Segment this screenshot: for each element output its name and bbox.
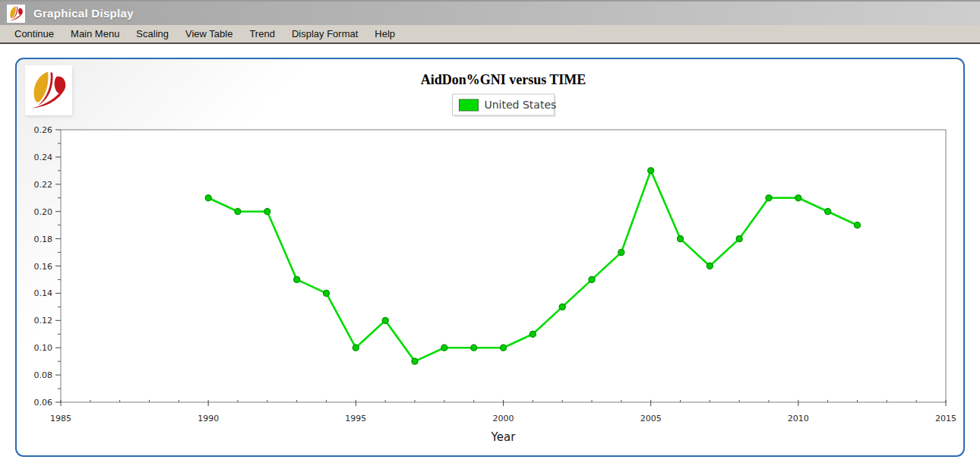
menu-item-display-format[interactable]: Display Format: [285, 26, 365, 42]
x-tick-label: 1990: [198, 414, 219, 423]
data-point: [441, 345, 447, 351]
x-tick-label: 2015: [935, 414, 956, 423]
data-point: [559, 304, 565, 310]
chart-logo-icon: [25, 65, 72, 115]
data-point: [412, 358, 418, 364]
data-point: [264, 209, 270, 215]
data-point: [471, 345, 477, 351]
y-tick-label: 0.26: [34, 125, 53, 135]
data-point: [382, 317, 388, 323]
menu-item-scaling[interactable]: Scaling: [129, 26, 175, 42]
window-titlebar: Graphical Display: [0, 0, 980, 25]
data-point: [678, 236, 684, 242]
data-point: [501, 345, 507, 351]
flame-logo-icon: [8, 5, 24, 22]
menu-item-trend[interactable]: Trend: [242, 26, 281, 42]
data-point: [825, 209, 831, 215]
data-point: [648, 168, 654, 174]
y-tick-label: 0.08: [34, 370, 53, 380]
y-tick-label: 0.10: [34, 343, 53, 353]
data-point: [324, 290, 330, 296]
x-tick-label: 2010: [788, 414, 809, 423]
data-point: [352, 345, 359, 351]
y-tick-label: 0.16: [34, 262, 53, 272]
legend: United States: [453, 94, 557, 117]
data-point: [707, 263, 713, 269]
menu-item-continue[interactable]: Continue: [8, 26, 61, 42]
menu-item-help[interactable]: Help: [368, 26, 402, 42]
y-tick-label: 0.22: [34, 180, 53, 190]
y-tick-label: 0.24: [34, 153, 53, 162]
data-point: [205, 195, 211, 201]
data-point: [736, 236, 742, 242]
flame-logo-icon: [28, 68, 69, 112]
data-point: [530, 331, 536, 337]
data-point: [294, 276, 300, 282]
app-logo-icon: [7, 5, 25, 23]
line-chart: 0.060.080.100.120.140.160.180.200.220.24…: [17, 59, 963, 455]
data-point: [618, 250, 624, 256]
y-tick-label: 0.20: [34, 207, 53, 217]
chart: 0.060.080.100.120.140.160.180.200.220.24…: [17, 59, 963, 455]
x-tick-label: 1995: [345, 414, 366, 423]
data-point: [795, 195, 801, 201]
app-window: Graphical Display ContinueMain MenuScali…: [0, 0, 980, 44]
data-point: [589, 276, 595, 282]
x-axis-title: Year: [491, 430, 517, 444]
menu-item-view-table[interactable]: View Table: [179, 26, 239, 42]
y-tick-label: 0.12: [34, 316, 53, 326]
legend-swatch: [460, 99, 479, 111]
y-tick-label: 0.06: [34, 398, 53, 408]
y-tick-label: 0.18: [34, 234, 53, 244]
data-point: [855, 222, 861, 228]
x-tick-label: 2000: [493, 414, 514, 423]
menu-item-main-menu[interactable]: Main Menu: [64, 26, 126, 42]
y-tick-label: 0.14: [34, 288, 53, 298]
chart-panel: 0.060.080.100.120.140.160.180.200.220.24…: [15, 58, 965, 457]
menu-bar: ContinueMain MenuScalingView TableTrendD…: [0, 25, 980, 44]
data-point: [235, 209, 241, 215]
data-point: [766, 195, 772, 201]
window-title: Graphical Display: [33, 7, 134, 20]
legend-label: United States: [485, 99, 557, 111]
x-tick-label: 2005: [640, 414, 662, 423]
plot-frame: [61, 130, 946, 402]
chart-title: AidDon%GNI versus TIME: [421, 72, 586, 87]
x-tick-label: 1985: [50, 414, 71, 423]
